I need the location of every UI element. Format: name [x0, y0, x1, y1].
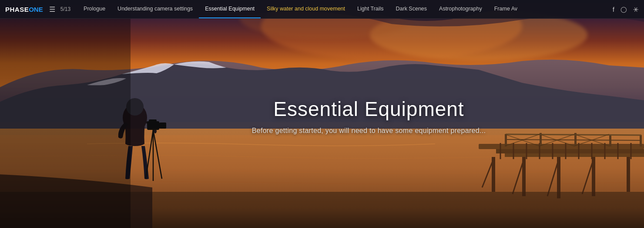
nav-item-astrophotography[interactable]: Astrophotography: [433, 0, 488, 18]
nav-item-essential-equipment[interactable]: Essential Equipment: [199, 0, 261, 18]
nav-item-dark-scenes[interactable]: Dark Scenes: [389, 0, 433, 18]
globe-icon[interactable]: ⚹: [633, 5, 639, 13]
nav-item-camera-settings[interactable]: Understanding camera settings: [111, 0, 199, 18]
svg-rect-16: [505, 153, 644, 157]
svg-rect-50: [0, 0, 131, 228]
hamburger-icon[interactable]: ☰: [49, 5, 55, 14]
svg-rect-41: [640, 135, 642, 146]
instagram-icon[interactable]: ◯: [621, 6, 627, 13]
svg-rect-9: [149, 119, 157, 123]
logo-one: ONE: [29, 6, 43, 13]
hero-title: Essential Equipment: [252, 97, 486, 121]
page-counter: 5/13: [60, 6, 70, 12]
hero-subtitle: Before getting started, you will need to…: [252, 127, 486, 135]
logo-phase: PHASE: [5, 6, 29, 13]
nav-item-light-trails[interactable]: Light Trails: [351, 0, 389, 18]
svg-rect-37: [505, 134, 507, 146]
nav-items: Prologue Understanding camera settings E…: [77, 0, 608, 18]
nav-item-frame-av[interactable]: Frame Av: [488, 0, 523, 18]
hero-text-container: Essential Equipment Before getting start…: [252, 97, 486, 135]
nav-social: f ◯ ⚹: [608, 5, 639, 13]
svg-rect-10: [159, 123, 166, 129]
svg-rect-14: [479, 144, 644, 149]
facebook-icon[interactable]: f: [613, 6, 614, 13]
nav-item-silky-water[interactable]: Silky water and cloud movement: [261, 0, 351, 18]
svg-rect-32: [627, 157, 630, 192]
logo[interactable]: PHASE ONE: [5, 6, 43, 13]
svg-rect-15: [496, 149, 644, 153]
nav-item-prologue[interactable]: Prologue: [77, 0, 111, 18]
navbar: PHASE ONE ☰ 5/13 Prologue Understanding …: [0, 0, 644, 19]
